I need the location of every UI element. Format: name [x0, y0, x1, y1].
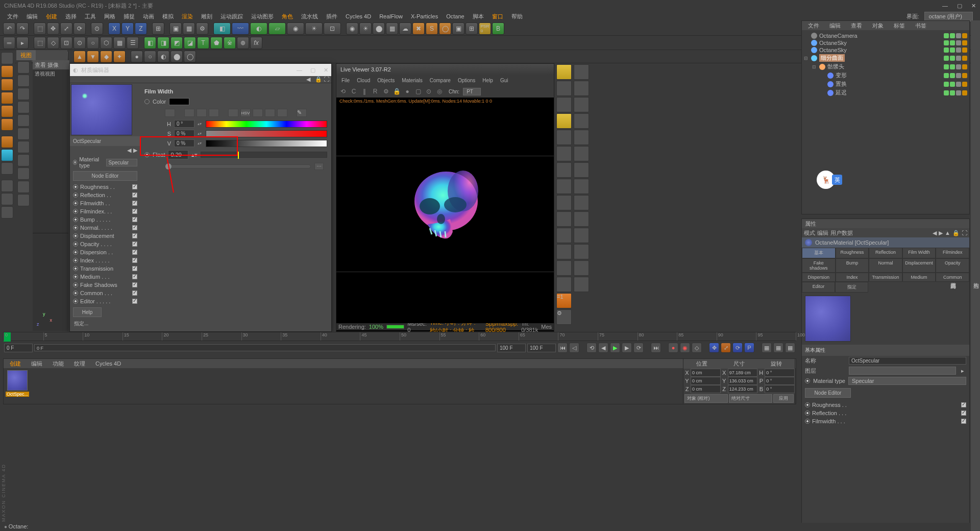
ric-b12-icon[interactable]	[574, 244, 589, 259]
float-spinner[interactable]: ▴▾	[191, 152, 198, 158]
attr-tab-common[interactable]: Common	[936, 273, 969, 282]
channel-item[interactable]: Displacement	[70, 232, 140, 240]
lv-lock-icon[interactable]: 🔒	[392, 87, 401, 96]
lt2-arrow-icon[interactable]	[17, 61, 30, 74]
t3-9-icon[interactable]: ✦	[113, 51, 126, 63]
ric-10-icon[interactable]	[556, 211, 572, 227]
menu-mograph[interactable]: 运动图形	[248, 12, 277, 21]
generator-icon[interactable]: ◐	[250, 22, 267, 35]
camera-icon[interactable]: ◉	[287, 22, 304, 35]
coord-apply-button[interactable]: 应用	[773, 394, 794, 403]
lv-region-icon[interactable]: R	[371, 87, 380, 96]
lt2-9-icon[interactable]	[17, 167, 30, 180]
lv-sphere-icon[interactable]: ●	[403, 87, 412, 96]
t3-6-icon[interactable]: ▲	[74, 51, 86, 63]
ric-5-icon[interactable]	[556, 130, 572, 145]
ric-15-icon[interactable]: =1	[556, 293, 572, 308]
t2-10-icon[interactable]: ☰	[127, 37, 139, 49]
attr-prev-icon[interactable]: ◀	[933, 230, 937, 236]
octane-light-icon[interactable]: ☀	[359, 22, 372, 35]
ct-2-icon[interactable]	[184, 109, 194, 117]
channel-item[interactable]: Roughness . .	[70, 183, 140, 191]
attr-tab-filmindex[interactable]: Filmindex	[936, 248, 969, 258]
lt-7-icon[interactable]	[1, 149, 13, 161]
viewport-canvas[interactable]: 透视视图 y x z	[33, 69, 68, 331]
tl-key-icon[interactable]: ◇	[692, 343, 702, 353]
attr-tab-trans[interactable]: Transmission	[869, 273, 902, 282]
ric-3-icon[interactable]	[556, 97, 572, 112]
spline-icon[interactable]: 〰	[232, 22, 249, 35]
channel-item[interactable]: Medium . . .	[70, 273, 140, 281]
tree-row[interactable]: OctaneSky	[804, 39, 967, 46]
menu-xp[interactable]: X-Particles	[408, 12, 441, 20]
ric-b5-icon[interactable]	[574, 130, 589, 145]
t2-1-icon[interactable]: ═	[3, 37, 15, 49]
move-icon[interactable]: ✥	[47, 22, 59, 35]
t2-4-icon[interactable]: ◇	[47, 37, 59, 49]
octane-tex-icon[interactable]: ▦	[386, 22, 398, 35]
ric-14-icon[interactable]	[556, 277, 572, 292]
attr-channel-item[interactable]: Roughness . .	[802, 401, 969, 409]
s-spinner[interactable]: ▴▾	[198, 131, 203, 136]
lt2-8-icon[interactable]	[17, 154, 30, 166]
tl-prev-icon[interactable]: ◀	[598, 343, 608, 353]
menu-pipe[interactable]: 流水线	[298, 12, 321, 21]
tree-row[interactable]: 变形	[804, 71, 967, 80]
octane-fog-icon[interactable]: ☁	[399, 22, 411, 35]
v-spinner[interactable]: ▴▾	[198, 141, 203, 146]
ct-9-icon[interactable]	[277, 109, 287, 117]
axis-lock-z-icon[interactable]: Z	[135, 22, 147, 35]
lv-menu-materials[interactable]: Materials	[399, 77, 426, 84]
ric-8-icon[interactable]	[556, 179, 572, 194]
color-swatch[interactable]	[169, 98, 189, 105]
ct-picker-icon[interactable]: ✎	[297, 109, 307, 117]
axis-lock-y-icon[interactable]: Y	[121, 22, 134, 35]
lv-menu-options[interactable]: Options	[455, 77, 478, 84]
psr-icon[interactable]: PSR0	[479, 22, 491, 35]
tree-row[interactable]: OctaneSky	[804, 46, 967, 54]
tree-row[interactable]: ⊟骷髅头	[804, 62, 967, 71]
lt-sel-icon[interactable]	[1, 79, 13, 91]
octane-set-icon[interactable]: ⊞	[465, 22, 478, 35]
tl-key-prev-icon[interactable]: ◁	[569, 343, 579, 353]
material-slot[interactable]: OctSpec...	[6, 370, 29, 401]
lt-lock-icon[interactable]	[1, 193, 13, 205]
attr-channel-item[interactable]: Filmwidth . . .	[802, 417, 969, 425]
t2-12-icon[interactable]: ◨	[157, 37, 169, 49]
ric-b13-icon[interactable]	[574, 260, 589, 276]
ric-b7-icon[interactable]	[574, 162, 589, 178]
lv-pin-icon[interactable]: ◎	[435, 87, 444, 96]
channel-dropdown[interactable]: PT	[463, 88, 481, 95]
menu-char[interactable]: 角色	[279, 12, 296, 21]
axis-lock-icon[interactable]: X	[108, 22, 120, 35]
attr-node-editor-button[interactable]: Node Editor	[805, 388, 851, 398]
ric-1-icon[interactable]	[556, 64, 572, 80]
menu-cycles[interactable]: Cycles 4D	[342, 12, 374, 20]
ric-11-icon[interactable]	[556, 228, 572, 243]
channel-item[interactable]: Bump . . . . .	[70, 215, 140, 224]
attr-tab-editor[interactable]: Editor	[802, 282, 835, 293]
t2-text-icon[interactable]: T	[197, 37, 209, 49]
coord-icon[interactable]: ⊞	[152, 22, 164, 35]
layout-dropdown[interactable]: octane (用户)	[924, 12, 973, 21]
t3-12-icon[interactable]: ◐	[157, 51, 169, 63]
prev-mat-icon[interactable]: ◀	[127, 147, 131, 154]
lv-clay-icon[interactable]: ▢	[413, 87, 423, 96]
lt2-6-icon[interactable]	[17, 128, 30, 140]
t2-17-icon[interactable]: ※	[224, 37, 236, 49]
tl-rec-icon[interactable]: ●	[668, 343, 678, 353]
redo-icon[interactable]: ↷	[16, 22, 29, 35]
t2-3-icon[interactable]: ⬚	[34, 37, 46, 49]
ric-b2-icon[interactable]	[574, 81, 589, 96]
help-button[interactable]: Help	[73, 307, 102, 317]
octane-env-icon[interactable]: ⬤	[373, 22, 385, 35]
lv-refresh-icon[interactable]: ⟲	[338, 87, 348, 96]
ric-b1-icon[interactable]	[574, 64, 589, 80]
scale-icon[interactable]: ⤢	[60, 22, 72, 35]
tl-end2[interactable]	[527, 344, 556, 352]
tl-loop-icon[interactable]: ⟲	[586, 343, 597, 353]
ric-b14-icon[interactable]	[574, 277, 589, 292]
attr-tab-assign[interactable]: 指定	[835, 282, 868, 293]
live-viewer-render[interactable]	[336, 105, 554, 323]
t2-14-icon[interactable]: ◪	[184, 37, 196, 49]
